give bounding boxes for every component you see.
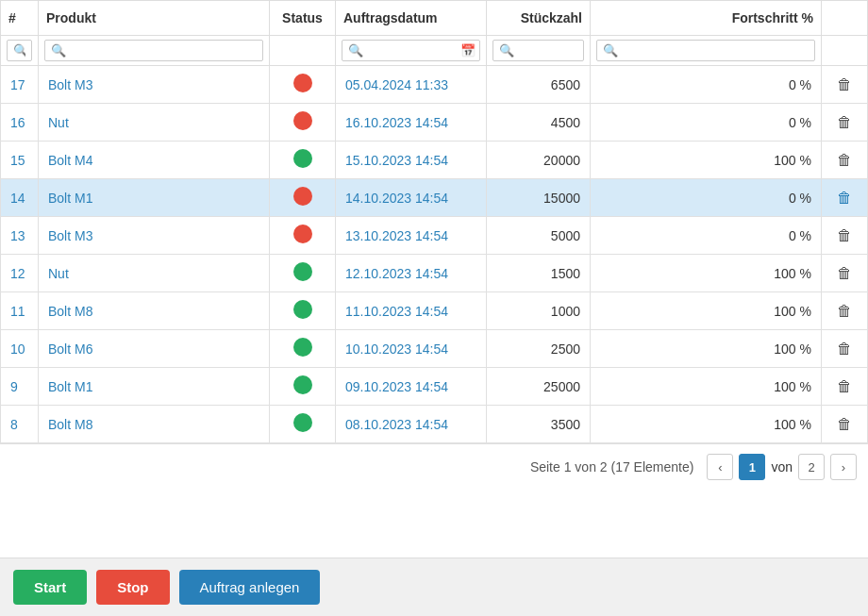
cell-status bbox=[270, 179, 336, 217]
filter-date-input[interactable] bbox=[346, 43, 460, 58]
delete-button[interactable]: 🗑 bbox=[831, 150, 858, 171]
filter-progress-input[interactable] bbox=[596, 40, 815, 61]
cell-qty: 25000 bbox=[487, 368, 591, 406]
cell-id: 17 bbox=[1, 66, 39, 104]
table-row[interactable]: 15Bolt M415.10.2023 14:5420000100 %🗑 bbox=[1, 142, 868, 179]
status-red-icon bbox=[293, 74, 312, 92]
table-row[interactable]: 14Bolt M114.10.2023 14:54150000 %🗑 bbox=[1, 179, 868, 217]
delete-button[interactable]: 🗑 bbox=[831, 188, 858, 208]
cell-progress: 100 % bbox=[591, 255, 822, 292]
filter-progress[interactable] bbox=[591, 36, 822, 66]
delete-button[interactable]: 🗑 bbox=[831, 112, 858, 133]
cell-delete[interactable]: 🗑 bbox=[822, 406, 868, 443]
cell-progress: 0 % bbox=[591, 217, 822, 255]
cell-product: Bolt M1 bbox=[39, 179, 270, 217]
filter-product-input[interactable] bbox=[44, 40, 263, 61]
delete-button[interactable]: 🗑 bbox=[831, 75, 858, 95]
footer-bar: Start Stop Auftrag anlegen bbox=[0, 558, 868, 616]
cell-delete[interactable]: 🗑 bbox=[822, 179, 868, 217]
delete-button[interactable]: 🗑 bbox=[831, 225, 858, 246]
cell-qty: 3500 bbox=[487, 406, 591, 443]
table-row[interactable]: 9Bolt M109.10.2023 14:5425000100 %🗑 bbox=[1, 368, 868, 406]
status-green-icon bbox=[293, 413, 312, 432]
cell-qty: 5000 bbox=[487, 217, 591, 255]
cell-delete[interactable]: 🗑 bbox=[822, 142, 868, 179]
filter-status bbox=[270, 36, 336, 66]
status-green-icon bbox=[293, 149, 312, 168]
col-progress: Fortschritt % bbox=[591, 1, 822, 36]
cell-progress: 100 % bbox=[591, 330, 822, 368]
table-row[interactable]: 10Bolt M610.10.2023 14:542500100 %🗑 bbox=[1, 330, 868, 368]
col-qty: Stückzahl bbox=[487, 1, 591, 36]
col-actions bbox=[822, 1, 868, 36]
cell-product: Bolt M8 bbox=[39, 406, 270, 443]
col-product: Produkt bbox=[39, 1, 270, 36]
status-green-icon bbox=[293, 338, 312, 357]
pagination-info: Seite 1 von 2 (17 Elemente) bbox=[530, 459, 694, 474]
cell-progress: 0 % bbox=[591, 179, 822, 217]
table-row[interactable]: 16Nut16.10.2023 14:5445000 %🗑 bbox=[1, 104, 868, 142]
total-pages-button[interactable]: 2 bbox=[798, 454, 825, 480]
pagination: Seite 1 von 2 (17 Elemente) ‹ 1 von 2 › bbox=[0, 443, 868, 490]
delete-button[interactable]: 🗑 bbox=[831, 301, 858, 322]
status-red-icon bbox=[293, 225, 312, 243]
cell-delete[interactable]: 🗑 bbox=[822, 66, 868, 104]
table-row[interactable]: 11Bolt M811.10.2023 14:541000100 %🗑 bbox=[1, 292, 868, 330]
cell-id: 11 bbox=[1, 292, 39, 330]
cell-product: Nut bbox=[39, 104, 270, 142]
delete-button[interactable]: 🗑 bbox=[831, 263, 858, 284]
col-status: Status bbox=[270, 1, 336, 36]
table-row[interactable]: 8Bolt M808.10.2023 14:543500100 %🗑 bbox=[1, 406, 868, 443]
filter-date-container[interactable]: 📅 bbox=[342, 40, 480, 61]
filter-id[interactable] bbox=[1, 36, 39, 66]
cell-id: 10 bbox=[1, 330, 39, 368]
cell-delete[interactable]: 🗑 bbox=[822, 255, 868, 292]
create-order-button[interactable]: Auftrag anlegen bbox=[179, 570, 321, 605]
cell-product: Bolt M8 bbox=[39, 292, 270, 330]
cell-status bbox=[270, 368, 336, 406]
stop-button[interactable]: Stop bbox=[96, 570, 169, 605]
start-button[interactable]: Start bbox=[13, 570, 87, 605]
table-row[interactable]: 12Nut12.10.2023 14:541500100 %🗑 bbox=[1, 255, 868, 292]
cell-delete[interactable]: 🗑 bbox=[822, 368, 868, 406]
cell-progress: 0 % bbox=[591, 66, 822, 104]
delete-button[interactable]: 🗑 bbox=[831, 376, 858, 397]
cell-qty: 20000 bbox=[487, 142, 591, 179]
delete-button[interactable]: 🗑 bbox=[831, 339, 858, 359]
cell-delete[interactable]: 🗑 bbox=[822, 292, 868, 330]
cell-qty: 1500 bbox=[487, 255, 591, 292]
current-page-button[interactable]: 1 bbox=[739, 454, 765, 480]
cell-status bbox=[270, 255, 336, 292]
cell-product: Bolt M3 bbox=[39, 66, 270, 104]
cell-delete[interactable]: 🗑 bbox=[822, 104, 868, 142]
cell-qty: 6500 bbox=[487, 66, 591, 104]
filter-qty[interactable] bbox=[487, 36, 591, 66]
cell-product: Bolt M3 bbox=[39, 217, 270, 255]
cell-progress: 100 % bbox=[591, 368, 822, 406]
cell-progress: 100 % bbox=[591, 406, 822, 443]
cell-qty: 1000 bbox=[487, 292, 591, 330]
cell-id: 14 bbox=[1, 179, 39, 217]
filter-date[interactable]: 📅 bbox=[336, 36, 487, 66]
cell-id: 8 bbox=[1, 406, 39, 443]
cell-date: 10.10.2023 14:54 bbox=[336, 330, 487, 368]
status-red-icon bbox=[293, 111, 312, 130]
table-row[interactable]: 17Bolt M305.04.2024 11:3365000 %🗑 bbox=[1, 66, 868, 104]
col-id: # bbox=[1, 1, 39, 36]
cell-delete[interactable]: 🗑 bbox=[822, 330, 868, 368]
cell-delete[interactable]: 🗑 bbox=[822, 217, 868, 255]
status-green-icon bbox=[293, 375, 312, 394]
calendar-icon[interactable]: 📅 bbox=[460, 43, 476, 58]
next-page-button[interactable]: › bbox=[830, 454, 857, 480]
table-row[interactable]: 13Bolt M313.10.2023 14:5450000 %🗑 bbox=[1, 217, 868, 255]
filter-product[interactable] bbox=[39, 36, 270, 66]
prev-page-button[interactable]: ‹ bbox=[707, 454, 733, 480]
cell-product: Bolt M4 bbox=[39, 142, 270, 179]
cell-status bbox=[270, 292, 336, 330]
delete-button[interactable]: 🗑 bbox=[831, 414, 858, 435]
cell-status bbox=[270, 406, 336, 443]
cell-status bbox=[270, 142, 336, 179]
filter-id-input[interactable] bbox=[7, 40, 32, 61]
status-green-icon bbox=[293, 262, 312, 281]
filter-qty-input[interactable] bbox=[492, 40, 584, 61]
